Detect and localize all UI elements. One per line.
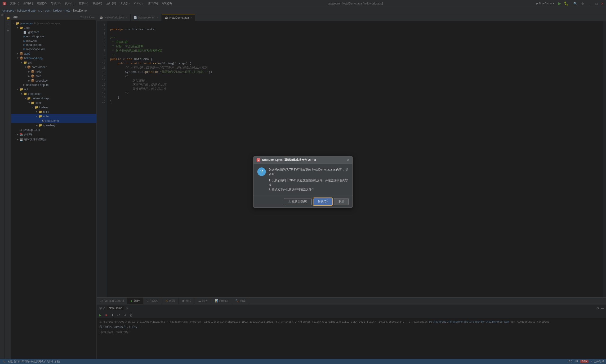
dialog-app-logo: ij bbox=[256, 158, 260, 162]
dialog-title: NoteDemo.java: 重新加载或转换为 UTF-8 bbox=[262, 158, 316, 162]
dialog-overlay: ij NoteDemo.java: 重新加载或转换为 UTF-8 ✕ ? 您选择… bbox=[0, 0, 606, 364]
dialog-option2: 2. 转换文本并以新编码时覆盖文件？ bbox=[269, 187, 349, 192]
dialog-titlebar: ij NoteDemo.java: 重新加载或转换为 UTF-8 ✕ bbox=[254, 156, 352, 164]
svg-text:ij: ij bbox=[257, 159, 259, 161]
dialog-close-button[interactable]: ✕ bbox=[347, 158, 350, 162]
encoding-dialog: ij NoteDemo.java: 重新加载或转换为 UTF-8 ✕ ? 您选择… bbox=[253, 156, 353, 208]
reload-button[interactable]: ⚠ 重新加载(R) bbox=[284, 198, 311, 205]
dialog-option1: 1. 以新的编码 'UTF-8' 从磁盘重新加载文件，并覆盖编辑器内容或 bbox=[269, 178, 349, 187]
dialog-body: ? 您选择的编码('UTF-8')可能会更改 'NoteDemo.java' 的… bbox=[254, 164, 352, 196]
dialog-message: 您选择的编码('UTF-8')可能会更改 'NoteDemo.java' 的内容… bbox=[269, 168, 349, 176]
dialog-footer: ⚠ 重新加载(R) 转换(C) 取消 bbox=[254, 195, 352, 208]
dialog-content: 您选择的编码('UTF-8')可能会更改 'NoteDemo.java' 的内容… bbox=[269, 168, 349, 192]
cancel-button[interactable]: 取消 bbox=[334, 198, 349, 205]
dialog-question-icon: ? bbox=[257, 168, 266, 176]
convert-button[interactable]: 转换(C) bbox=[313, 198, 332, 205]
